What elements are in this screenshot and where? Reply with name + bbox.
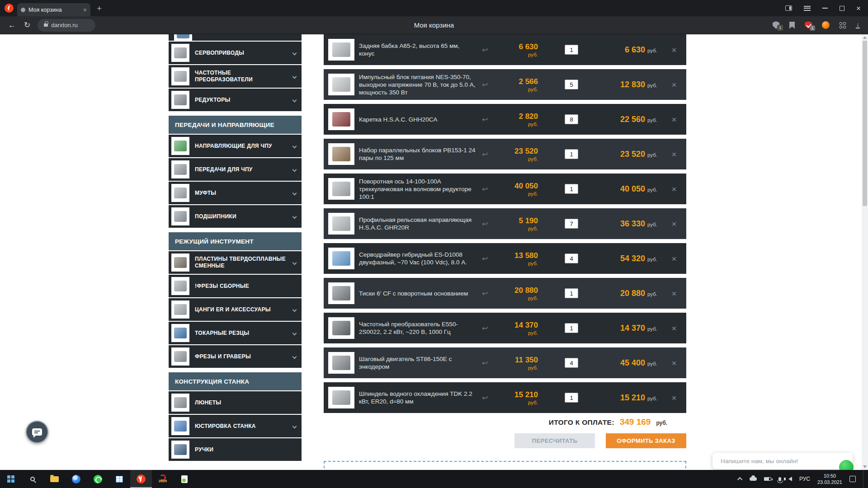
product-title[interactable]: Каретка H.S.A.C. GHH20CA xyxy=(359,112,481,127)
downloads-icon[interactable]: ↓ xyxy=(856,22,860,28)
sidebar-item[interactable]: ЮСТИРОВКА СТАНКА xyxy=(169,415,302,437)
quantity-input[interactable] xyxy=(565,288,578,298)
show-desktop-button[interactable] xyxy=(863,470,865,488)
product-title[interactable]: Поворотная ось 14-100-100A трехкулачкова… xyxy=(359,174,481,204)
vertical-scrollbar[interactable] xyxy=(862,34,868,470)
product-title[interactable]: Шаговый двигатель ST86-150E с энкодером xyxy=(359,352,481,374)
remove-item-button[interactable]: × xyxy=(671,359,676,367)
remove-item-button[interactable]: × xyxy=(671,254,676,263)
quantity-input[interactable] xyxy=(565,45,578,55)
notepad-button[interactable] xyxy=(174,470,195,488)
remove-item-button[interactable]: × xyxy=(671,220,676,228)
sidebar-item[interactable]: ПЕРЕДАЧИ ДЛЯ ЧПУ xyxy=(169,158,302,181)
extension-orange-icon[interactable] xyxy=(822,21,830,29)
sidebar-item[interactable]: МУФТЫ xyxy=(169,182,302,204)
sidebar-item[interactable]: СЕРВОПРИВОДЫ xyxy=(169,42,302,64)
hidden-icons-chevron-icon[interactable] xyxy=(737,477,742,482)
microphone-icon[interactable] xyxy=(778,477,781,481)
product-title[interactable]: Серводрайвер гибридный ES-D1008 двухфазн… xyxy=(359,247,481,270)
quantity-input[interactable] xyxy=(565,80,578,89)
chat-launcher-button[interactable] xyxy=(26,421,48,443)
remove-item-button[interactable]: × xyxy=(671,115,676,124)
sidebar-item[interactable]: НАПРАВЛЯЮЩИЕ ДЛЯ ЧПУ xyxy=(169,135,302,157)
active-tab[interactable]: Моя корзина × xyxy=(17,3,90,16)
window-close-button[interactable]: × xyxy=(856,5,861,12)
sidebar-item[interactable]: ПОДШИПНИКИ xyxy=(169,205,302,228)
sidebar-item[interactable]: !ФРЕЗЫ СБОРНЫЕ xyxy=(169,275,302,297)
refresh-icon[interactable]: ↻ xyxy=(24,20,30,30)
speaker-icon[interactable] xyxy=(788,477,792,481)
scrollbar-thumb[interactable] xyxy=(863,41,867,206)
product-title[interactable]: Задняя бабка A65-2, высота 65 мм, конус xyxy=(359,38,481,61)
sidebar-item-partial[interactable] xyxy=(169,34,302,41)
return-arrow-icon[interactable]: ↩ xyxy=(482,80,488,89)
sidebar-item[interactable]: РУЧКИ xyxy=(169,438,302,461)
remove-item-button[interactable]: × xyxy=(671,150,676,159)
collections-icon[interactable] xyxy=(840,22,846,28)
remove-item-button[interactable]: × xyxy=(671,289,676,298)
chat-online-indicator[interactable] xyxy=(839,460,854,470)
remove-item-button[interactable]: × xyxy=(671,324,676,333)
bookmark-icon[interactable] xyxy=(789,22,795,29)
whatsapp-button[interactable] xyxy=(87,470,108,488)
return-arrow-icon[interactable]: ↩ xyxy=(482,359,488,367)
quantity-input[interactable] xyxy=(565,323,578,333)
tab-close-icon[interactable]: × xyxy=(83,7,87,13)
return-arrow-icon[interactable]: ↩ xyxy=(482,254,488,263)
window-maximize-button[interactable] xyxy=(840,6,844,11)
sidebar-item[interactable]: ФРЕЗЫ И ГРАВЕРЫ xyxy=(169,345,302,368)
product-title[interactable]: Импульсный блок питания NES-350-70, выхо… xyxy=(359,70,481,100)
product-title[interactable]: Частотный преобразователь E550-2S0022, 2… xyxy=(359,317,481,339)
back-icon[interactable]: ← xyxy=(8,21,16,30)
battery-icon[interactable] xyxy=(764,477,771,481)
sidebar-section-header[interactable]: КОНСТРУКЦИЯ СТАНКА xyxy=(169,372,302,390)
browser-logo-icon[interactable] xyxy=(5,4,14,13)
product-title[interactable]: Набор параллельных блоков PB153-1 24 пар… xyxy=(359,143,481,165)
chat-widget[interactable]: Напишите нам, мы онлайн! xyxy=(712,453,853,469)
side-panel-icon[interactable] xyxy=(785,5,792,11)
remove-item-button[interactable]: × xyxy=(671,46,676,54)
quantity-input[interactable] xyxy=(565,149,578,159)
return-arrow-icon[interactable]: ↩ xyxy=(482,150,488,159)
adblock-icon[interactable]: 1 xyxy=(805,21,812,29)
sidebar-section-header[interactable]: РЕЖУЩИЙ ИНСТРУМЕНТ xyxy=(169,232,302,250)
start-button[interactable] xyxy=(0,470,22,488)
tracker-shield-icon[interactable]: 1 xyxy=(773,21,779,29)
scroll-up-icon[interactable] xyxy=(863,36,867,39)
cloud-icon[interactable] xyxy=(750,477,757,481)
spreadsheet-button[interactable] xyxy=(108,470,130,488)
product-title[interactable]: Профильная рельсовая направляющая H.S.A.… xyxy=(359,212,481,235)
taskbar-search-button[interactable] xyxy=(22,470,43,488)
return-arrow-icon[interactable]: ↩ xyxy=(482,46,488,54)
yandex-browser-button[interactable] xyxy=(130,470,152,488)
sidebar-item[interactable]: ТОКАРНЫЕ РЕЗЦЫ xyxy=(169,322,302,344)
return-arrow-icon[interactable]: ↩ xyxy=(482,324,488,333)
menu-icon[interactable] xyxy=(804,6,811,11)
file-explorer-button[interactable] xyxy=(43,470,65,488)
remove-item-button[interactable]: × xyxy=(671,185,676,193)
solidworks-button[interactable]: 2020 xyxy=(152,470,174,488)
sidebar-item[interactable]: ЛЮНЕТЫ xyxy=(169,391,302,414)
chrome-button[interactable] xyxy=(65,470,87,488)
clock[interactable]: 10:50 23.03.2021 xyxy=(817,473,842,485)
return-arrow-icon[interactable]: ↩ xyxy=(482,115,488,124)
product-title[interactable]: Шпиндель водного охлаждения TDK 2.2 кВт,… xyxy=(359,386,481,409)
return-arrow-icon[interactable]: ↩ xyxy=(482,220,488,228)
notification-center-icon[interactable] xyxy=(849,476,856,482)
remove-item-button[interactable]: × xyxy=(671,394,676,402)
quantity-input[interactable] xyxy=(565,358,578,368)
return-arrow-icon[interactable]: ↩ xyxy=(482,185,488,193)
return-arrow-icon[interactable]: ↩ xyxy=(482,394,488,402)
return-arrow-icon[interactable]: ↩ xyxy=(482,289,488,298)
sidebar-item[interactable]: ЦАНГИ ER И АКСЕССУАРЫ xyxy=(169,298,302,321)
address-bar[interactable]: darxton.ru xyxy=(38,19,95,32)
quantity-input[interactable] xyxy=(565,393,578,403)
remove-item-button[interactable]: × xyxy=(671,80,676,89)
sidebar-item[interactable]: ПЛАСТИНЫ ТВЕРДОСПЛАВНЫЕ СМЕННЫЕ xyxy=(169,251,302,274)
sidebar-item[interactable]: ЧАСТОТНЫЕ ПРЕОБРАЗОВАТЕЛИ xyxy=(169,65,302,88)
quantity-input[interactable] xyxy=(565,219,578,229)
recalculate-button[interactable]: ПЕРЕСЧИТАТЬ xyxy=(514,433,595,448)
checkout-button[interactable]: ОФОРМИТЬ ЗАКАЗ xyxy=(606,433,686,448)
sidebar-section-header[interactable]: ПЕРЕДАЧИ И НАПРАВЛЯЮЩИЕ xyxy=(169,116,302,134)
language-indicator[interactable]: РУС xyxy=(799,476,810,482)
